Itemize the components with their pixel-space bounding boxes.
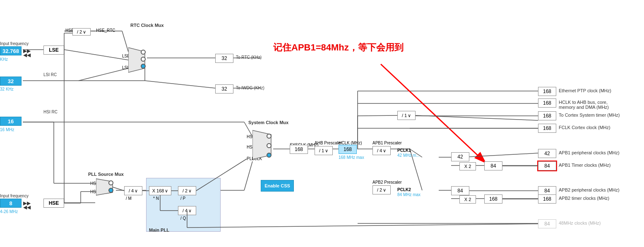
lse-freq-box[interactable]: 32.768 bbox=[0, 46, 22, 55]
lsi-mux-label: LSI bbox=[122, 65, 128, 70]
rtc-mux-label: RTC Clock Mux bbox=[130, 23, 164, 28]
x2-apb2-box: X 2 bbox=[459, 195, 476, 204]
pll-n-dropdown[interactable]: X 168 ∨ bbox=[149, 186, 171, 195]
lse-arrow-left: ◀◀ bbox=[23, 52, 31, 58]
clock-diagram: 记住APB1=84Mhz，等下会用到 Input frequency 32.76… bbox=[0, 0, 644, 247]
eth-ptp-value-box: 168 bbox=[538, 87, 556, 96]
svg-line-70 bbox=[358, 115, 397, 116]
apb1-periph-label: APB1 peripheral clocks (MHz) bbox=[559, 150, 620, 155]
main-pll-label: Main PLL bbox=[149, 228, 169, 233]
pll-mux-hsi-radio[interactable] bbox=[108, 180, 113, 185]
lse-unit-label: KHz bbox=[0, 57, 8, 62]
rtc-mux-lse-radio[interactable] bbox=[141, 57, 146, 62]
hsi-freq-box[interactable]: 16 bbox=[0, 117, 22, 126]
hsi-unit-label: 16 MHz bbox=[0, 127, 14, 132]
rtc-value-box: 32 bbox=[215, 54, 233, 63]
sys-mux-hse-radio[interactable] bbox=[267, 143, 272, 148]
lsi-label: LSI RC bbox=[43, 72, 57, 77]
apb2-timer-output-box: 168 bbox=[538, 194, 556, 204]
pll-m-dropdown[interactable]: / 4 ∨ bbox=[124, 186, 142, 195]
apb1-periph-output-box: 42 bbox=[538, 149, 556, 158]
sys-mux-pll-radio[interactable] bbox=[267, 153, 272, 158]
rtc-mux-lsi-radio[interactable] bbox=[141, 64, 146, 69]
to-iwdg-label: To IWDG (KHz) bbox=[236, 86, 264, 90]
apb1-timer-output-box: 84 bbox=[538, 161, 556, 170]
apb2-periph-output-box: 84 bbox=[538, 186, 556, 195]
fclk-value-box: 168 bbox=[538, 124, 556, 133]
lsi-unit-label: 32 KHz bbox=[0, 87, 14, 91]
pclk1-label: PCLK1 bbox=[397, 148, 411, 153]
apb1-timer-value-box: 84 bbox=[484, 161, 502, 170]
apb1-max-label: 42 MHz m... bbox=[397, 153, 420, 158]
svg-line-1 bbox=[64, 50, 128, 60]
sysclk-value-box: 168 bbox=[290, 145, 308, 154]
apb2-max-label: 84 MHz max bbox=[397, 192, 421, 197]
svg-line-3 bbox=[79, 68, 128, 81]
iwdg-value-box: 32 bbox=[215, 84, 233, 94]
hse-input-label: Input frequency bbox=[0, 194, 29, 198]
cortex-timer-value-box: 168 bbox=[538, 111, 556, 120]
pll-q-dropdown[interactable]: / 4 ∨ bbox=[178, 206, 196, 215]
apb2-periph-value-box: 84 bbox=[451, 186, 469, 195]
apb1-periph-value-box: 42 bbox=[451, 152, 469, 161]
apb1-timer-label: APB1 Timer clocks (MHz) bbox=[559, 163, 610, 168]
svg-line-5 bbox=[122, 31, 128, 52]
hclk-ahb-value-box: 168 bbox=[538, 98, 556, 108]
ahb-div-dropdown[interactable]: / 1 ∨ bbox=[315, 146, 333, 155]
red-annotation-text: 记住APB1=84Mhz，等下会用到 bbox=[273, 41, 404, 54]
pclk2-label: PCLK2 bbox=[397, 187, 411, 192]
lsi-freq-box[interactable]: 32 bbox=[0, 77, 22, 86]
hclk-max-label: 168 MHz max bbox=[339, 155, 364, 160]
hclk-ahb-label: HCLK to AHB bus, core, memory and DMA (M… bbox=[559, 100, 625, 110]
svg-line-74 bbox=[187, 224, 538, 228]
eth-ptp-label: Ethernet PTP clock (MHz) bbox=[559, 88, 611, 93]
hsi-label: HSI RC bbox=[43, 110, 58, 114]
hse-freq-box[interactable]: 8 bbox=[0, 199, 22, 208]
n-label: * N bbox=[153, 196, 159, 201]
fclk-label: FCLK Cortex clock (MHz) bbox=[559, 125, 610, 130]
svg-line-71 bbox=[416, 115, 538, 120]
pll-mux-shape bbox=[96, 177, 117, 197]
apb2-prescaler-label: APB2 Prescaler bbox=[372, 180, 402, 185]
rtc-mux-shape bbox=[128, 46, 149, 74]
hse-rtc-label: HSE_RTC bbox=[96, 28, 115, 33]
hse-unit-label: 4-26 MHz bbox=[0, 209, 18, 214]
enable-css-button[interactable]: Enable CSS bbox=[261, 180, 294, 192]
svg-line-21 bbox=[244, 161, 252, 190]
cortex-timer-label: To Cortex System timer (MHz) bbox=[559, 113, 620, 118]
svg-line-65 bbox=[469, 153, 538, 157]
freq-48-label: 48MHz clocks (MHz) bbox=[559, 221, 601, 225]
apb1-div-dropdown[interactable]: / 4 ∨ bbox=[372, 146, 391, 155]
apb2-timer-label: APB2 timer clocks (MHz) bbox=[559, 196, 609, 201]
hse-arrow-left: ◀◀ bbox=[23, 204, 31, 210]
sys-mux-hsi-radio[interactable] bbox=[267, 134, 272, 139]
pll-source-mux-label: PLL Source Mux bbox=[88, 172, 124, 177]
hclk-value-box: 168 bbox=[339, 145, 357, 154]
pll-mux-hse-radio[interactable] bbox=[108, 188, 113, 193]
rtc-mux-hse-radio[interactable] bbox=[141, 50, 146, 55]
p-label: / P bbox=[180, 196, 185, 201]
lse-block: LSE bbox=[43, 46, 64, 55]
to-rtc-label: To RTC (KHz) bbox=[236, 55, 262, 60]
x2-apb1-box: X 2 bbox=[459, 162, 476, 170]
apb2-periph-label: APB2 peripheral clocks (MHz) bbox=[559, 187, 620, 192]
q-label: / Q bbox=[180, 216, 186, 221]
apb2-div-dropdown[interactable]: / 2 ∨ bbox=[372, 185, 391, 194]
hse-div2-dropdown[interactable]: / 2 ∨ bbox=[72, 28, 91, 36]
hse-block: HSE bbox=[43, 199, 64, 208]
apb2-timer-value-box: 168 bbox=[484, 194, 502, 204]
apb1-prescaler-label: APB1 Prescaler bbox=[372, 141, 402, 145]
sys-mux-shape bbox=[252, 128, 275, 161]
sys-mux-label: System Clock Mux bbox=[248, 120, 288, 125]
lse-input-label: Input frequency bbox=[0, 41, 29, 46]
svg-line-46 bbox=[381, 64, 486, 163]
svg-line-12 bbox=[145, 81, 215, 88]
cortex-div-dropdown[interactable]: / 1 ∨ bbox=[397, 111, 416, 120]
m-label: / M bbox=[126, 196, 132, 201]
ahb-prescaler-label: AHB Prescaler bbox=[315, 141, 342, 145]
pll-p-dropdown[interactable]: / 2 ∨ bbox=[178, 186, 196, 195]
freq-48-value-box: 84 bbox=[538, 219, 556, 228]
